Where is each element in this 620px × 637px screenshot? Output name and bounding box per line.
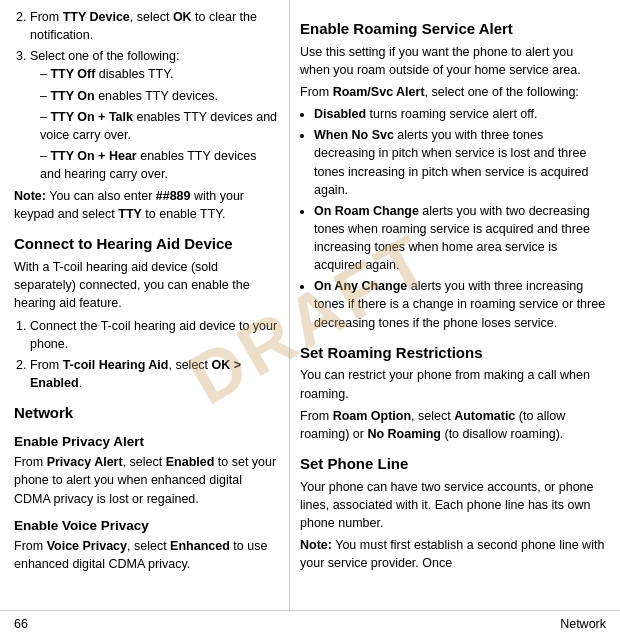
select-ok-label: , select <box>130 10 173 24</box>
network-heading: Network <box>14 402 279 424</box>
set-roaming-heading: Set Roaming Restrictions <box>300 342 606 364</box>
section-label: Network <box>560 615 606 633</box>
note-body: You can also enter <box>49 189 156 203</box>
roam-option-body: From Roam Option, select Automatic (to a… <box>300 407 606 443</box>
from-label: From <box>30 10 63 24</box>
left-column: From TTY Device, select OK to clear the … <box>0 0 290 637</box>
set-roaming-body: You can restrict your phone from making … <box>300 366 606 402</box>
set-phone-body: Your phone can have two service accounts… <box>300 478 606 532</box>
t-coil-bold: T-coil Hearing Aid <box>63 358 169 372</box>
tty-on-hear-bold: TTY On + Hear <box>50 149 136 163</box>
footer-bar: 66 Network <box>0 610 620 637</box>
select-one-label: Select one of the following: <box>30 49 179 63</box>
voice-privacy-heading: Enable Voice Privacy <box>14 516 279 536</box>
voice-privacy-body: From Voice Privacy, select Enhanced to u… <box>14 537 279 573</box>
roam-option-bold: Roam Option <box>333 409 411 423</box>
tty-on-item: TTY On enables TTY devices. <box>40 87 279 105</box>
tty-steps-list: From TTY Device, select OK to clear the … <box>30 8 279 183</box>
note-code: ##889 <box>156 189 191 203</box>
note-tty: TTY <box>118 207 142 221</box>
roam-item-on-any-change: On Any Change alerts you with three incr… <box>314 277 606 331</box>
enabled-bold: Enabled <box>30 376 79 390</box>
privacy-alert-body: From Privacy Alert, select Enabled to se… <box>14 453 279 507</box>
tty-device-label: TTY Device <box>63 10 130 24</box>
connect-heading: Connect to Hearing Aid Device <box>14 233 279 255</box>
tty-options-list: TTY Off disables TTY. TTY On enables TTY… <box>40 65 279 183</box>
tty-on-hear-item: TTY On + Hear enables TTY devices and he… <box>40 147 279 183</box>
no-roaming-bold: No Roaming <box>367 427 441 441</box>
automatic-bold: Automatic <box>454 409 515 423</box>
roam-svc-intro: From Roam/Svc Alert, select one of the f… <box>300 83 606 101</box>
right-column: Enable Roaming Service Alert Use this se… <box>290 0 620 637</box>
tty-on-talk-item: TTY On + Talk enables TTY devices and vo… <box>40 108 279 144</box>
voice-privacy-bold: Voice Privacy <box>47 539 127 553</box>
set-phone-note-bold: Note: <box>300 538 332 552</box>
enabled-bold2: Enabled <box>166 455 215 469</box>
roam-item-disabled: Disabled turns roaming service alert off… <box>314 105 606 123</box>
privacy-alert-heading: Enable Privacy Alert <box>14 432 279 452</box>
tty-off-bold: TTY Off <box>50 67 95 81</box>
tty-on-talk-bold: TTY On + Talk <box>50 110 133 124</box>
connect-body: With a T-coil hearing aid device (sold s… <box>14 258 279 312</box>
roam-svc-bold: Roam/Svc Alert <box>333 85 425 99</box>
page-number: 66 <box>14 615 28 633</box>
roam-item-when-no-svc: When No Svc alerts you with three tones … <box>314 126 606 199</box>
connect-step-2: From T-coil Hearing Aid, select OK >Enab… <box>30 356 279 392</box>
when-no-svc-bold: When No Svc <box>314 128 394 142</box>
disabled-bold: Disabled <box>314 107 366 121</box>
tty-step-3: Select one of the following: TTY Off dis… <box>30 47 279 183</box>
note-body3: to enable TTY. <box>142 207 226 221</box>
set-phone-note: Note: You must first establish a second … <box>300 536 606 572</box>
roam-item-on-roam-change: On Roam Change alerts you with two decre… <box>314 202 606 275</box>
roam-items-list: Disabled turns roaming service alert off… <box>314 105 606 332</box>
on-any-change-bold: On Any Change <box>314 279 407 293</box>
connect-steps-list: Connect the T-coil hearing aid device to… <box>30 317 279 393</box>
privacy-alert-bold: Privacy Alert <box>47 455 123 469</box>
set-phone-heading: Set Phone Line <box>300 453 606 475</box>
tty-step-2: From TTY Device, select OK to clear the … <box>30 8 279 44</box>
tty-off-text: disables TTY. <box>95 67 173 81</box>
tty-on-bold: TTY On <box>50 89 94 103</box>
tty-off-item: TTY Off disables TTY. <box>40 65 279 83</box>
roaming-alert-body: Use this setting if you want the phone t… <box>300 43 606 79</box>
roaming-alert-heading: Enable Roaming Service Alert <box>300 18 606 40</box>
connect-step-1: Connect the T-coil hearing aid device to… <box>30 317 279 353</box>
ok-enabled-bold: OK > <box>212 358 242 372</box>
ok-label: OK <box>173 10 192 24</box>
tty-note: Note: You can also enter ##889 with your… <box>14 187 279 223</box>
enhanced-bold: Enhanced <box>170 539 230 553</box>
on-roam-change-bold: On Roam Change <box>314 204 419 218</box>
tty-on-text: enables TTY devices. <box>95 89 218 103</box>
note-label: Note: <box>14 189 46 203</box>
